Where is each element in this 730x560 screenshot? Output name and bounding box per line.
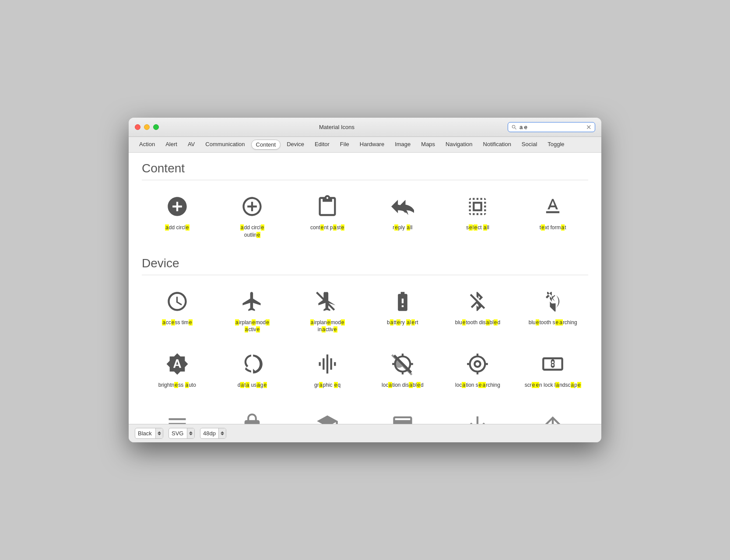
icon-partial-6[interactable] (517, 406, 588, 424)
size-arrow-down (221, 434, 224, 435)
format-select-arrows[interactable] (187, 428, 194, 438)
app-window: Material Icons ✕ Action Alert AV Communi… (129, 118, 601, 442)
text-format-icon (540, 193, 566, 220)
airplanemode-inactive-icon (314, 288, 340, 315)
bluetooth-disabled-icon (464, 288, 491, 315)
toolbar: Black White SVG PNG 24dp 36dp 48dp (129, 424, 601, 442)
traffic-lights (135, 124, 159, 130)
size-select-arrows[interactable] (218, 428, 226, 438)
reply-all-icon (390, 193, 416, 220)
color-select-container[interactable]: Black White (135, 428, 163, 439)
nav-item-device[interactable]: Device (282, 140, 309, 150)
close-button[interactable] (135, 124, 140, 130)
partial-icon-3 (314, 411, 340, 424)
nav-item-file[interactable]: File (336, 140, 354, 150)
size-arrow-up (221, 431, 224, 433)
maximize-button[interactable] (153, 124, 159, 130)
icon-text-format[interactable]: text format (517, 189, 588, 243)
window-title: Material Icons (166, 124, 508, 130)
data-usage-label: data usage (238, 382, 267, 389)
icon-airplanemode-inactive[interactable]: airplanemodeinactive (292, 284, 363, 338)
color-select[interactable]: Black White (135, 428, 155, 438)
location-disabled-label: location disabled (382, 382, 423, 389)
titlebar: Material Icons ✕ (129, 118, 601, 137)
size-select[interactable]: 24dp 36dp 48dp (200, 428, 218, 438)
icon-select-all[interactable]: select all (442, 189, 513, 243)
icon-data-usage[interactable]: data usage (217, 346, 288, 393)
format-select-container[interactable]: SVG PNG (168, 428, 195, 439)
nav-item-hardware[interactable]: Hardware (355, 140, 389, 150)
nav-item-image[interactable]: Image (390, 140, 415, 150)
bluetooth-searching-icon (540, 288, 566, 315)
nav-item-social[interactable]: Social (517, 140, 541, 150)
device-icons-grid: access time airplanemodeactive airplanem… (142, 284, 588, 393)
battery-alert-label: battery alert (387, 319, 418, 326)
format-arrow-up (189, 431, 193, 433)
icon-airplanemode-active[interactable]: airplanemodeactive (217, 284, 288, 338)
location-disabled-icon (390, 351, 416, 377)
icon-location-searching[interactable]: location searching (442, 346, 513, 393)
partial-icon-1 (164, 411, 190, 424)
search-box[interactable]: ✕ (508, 122, 595, 132)
content-icons-grid: add circle add circleoutline content pas… (142, 189, 588, 243)
icon-add-circle[interactable]: add circle (142, 189, 213, 243)
icon-location-disabled[interactable]: location disabled (367, 346, 438, 393)
icon-screen-lock-landscape[interactable]: screen lock landscape (517, 346, 588, 393)
icon-bluetooth-disabled[interactable]: bluetooth disabled (442, 284, 513, 338)
airplanemode-inactive-label: airplanemodeinactive (310, 319, 345, 334)
location-searching-label: location searching (455, 382, 500, 389)
minimize-button[interactable] (144, 124, 150, 130)
device-section-title: Device (142, 256, 588, 270)
color-arrow-down (158, 434, 161, 435)
partial-icon-2 (239, 411, 265, 424)
partial-icon-5 (464, 411, 491, 424)
add-circle-outline-label: add circleoutline (240, 224, 264, 239)
access-time-label: access time (162, 319, 192, 326)
nav-item-editor[interactable]: Editor (310, 140, 334, 150)
icon-partial-3[interactable] (292, 406, 363, 424)
nav-item-content[interactable]: Content (251, 140, 281, 150)
icon-battery-alert[interactable]: battery alert (367, 284, 438, 338)
bluetooth-disabled-label: bluetooth disabled (455, 319, 500, 326)
nav-item-notification[interactable]: Notification (479, 140, 516, 150)
format-select[interactable]: SVG PNG (169, 428, 187, 438)
data-usage-icon (239, 351, 265, 377)
icon-brightness-auto[interactable]: brightness auto (142, 346, 213, 393)
nav-item-av[interactable]: AV (183, 140, 199, 150)
nav-item-alert[interactable]: Alert (161, 140, 182, 150)
clear-search-button[interactable]: ✕ (586, 124, 592, 130)
nav-bar: Action Alert AV Communication Content De… (129, 137, 601, 153)
graphic-eq-icon (314, 351, 340, 377)
access-time-icon (164, 288, 190, 315)
icon-access-time[interactable]: access time (142, 284, 213, 338)
color-select-arrows[interactable] (155, 428, 163, 438)
partial-icon-4 (390, 411, 416, 424)
color-arrow-up (158, 431, 161, 433)
content-area: Content add circle add circleoutline (129, 153, 601, 424)
nav-item-maps[interactable]: Maps (417, 140, 439, 150)
icon-graphic-eq[interactable]: graphic eq (292, 346, 363, 393)
size-select-container[interactable]: 24dp 36dp 48dp (200, 428, 226, 439)
content-divider (142, 180, 588, 180)
battery-alert-icon (390, 288, 416, 315)
icon-content-paste[interactable]: content paste (292, 189, 363, 243)
bluetooth-searching-label: bluetooth searching (529, 319, 577, 326)
text-format-label: text format (540, 224, 566, 231)
brightness-auto-icon (164, 351, 190, 377)
screen-lock-landscape-label: screen lock landscape (525, 382, 581, 389)
nav-item-communication[interactable]: Communication (201, 140, 249, 150)
nav-item-action[interactable]: Action (135, 140, 159, 150)
add-circle-outline-icon (239, 193, 265, 220)
nav-item-toggle[interactable]: Toggle (543, 140, 569, 150)
nav-item-navigation[interactable]: Navigation (441, 140, 477, 150)
icon-bluetooth-searching[interactable]: bluetooth searching (517, 284, 588, 338)
icon-partial-5[interactable] (442, 406, 513, 424)
format-arrow-down (189, 434, 193, 435)
icon-add-circle-outline[interactable]: add circleoutline (217, 189, 288, 243)
icon-partial-1[interactable] (142, 406, 213, 424)
select-all-icon (464, 193, 491, 220)
icon-reply-all[interactable]: reply all (367, 189, 438, 243)
icon-partial-2[interactable] (217, 406, 288, 424)
search-input[interactable] (519, 124, 584, 130)
icon-partial-4[interactable] (367, 406, 438, 424)
